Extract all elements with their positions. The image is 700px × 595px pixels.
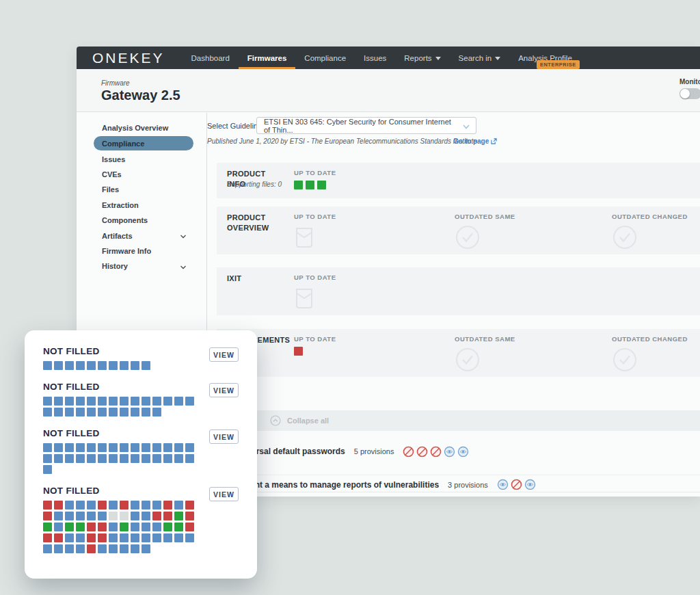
- guideline-select[interactable]: ETSI EN 303 645: Cyber Security for Cons…: [256, 117, 476, 134]
- blue-provision-square[interactable]: [65, 443, 74, 452]
- red-provision-square[interactable]: [43, 512, 52, 520]
- blue-provision-square[interactable]: [43, 454, 52, 463]
- nav-item-search-in[interactable]: Search in: [450, 47, 510, 69]
- blue-provision-square[interactable]: [87, 512, 96, 520]
- gray-provision-square[interactable]: [120, 512, 129, 520]
- blue-provision-square[interactable]: [87, 408, 96, 416]
- sidebar-item-firmware-info[interactable]: Firmware Info: [94, 243, 193, 259]
- blue-provision-square[interactable]: [185, 454, 194, 463]
- eye-icon[interactable]: [497, 479, 509, 490]
- blue-provision-square[interactable]: [174, 454, 183, 463]
- sidebar-item-cves[interactable]: CVEs: [94, 167, 193, 182]
- blue-provision-square[interactable]: [87, 501, 96, 510]
- blue-provision-square[interactable]: [163, 397, 172, 406]
- blue-provision-square[interactable]: [109, 533, 118, 542]
- red-provision-square[interactable]: [54, 533, 63, 542]
- blue-provision-square[interactable]: [174, 533, 183, 542]
- red-provision-square[interactable]: [120, 501, 129, 510]
- blue-provision-square[interactable]: [174, 443, 183, 452]
- nav-item-reports[interactable]: Reports: [395, 47, 449, 69]
- collapse-all-button[interactable]: Collapse all: [217, 410, 700, 431]
- blue-provision-square[interactable]: [120, 544, 129, 553]
- blue-provision-square[interactable]: [109, 501, 118, 510]
- blue-provision-square[interactable]: [131, 544, 139, 553]
- green-provision-square[interactable]: [174, 523, 183, 531]
- blue-provision-square[interactable]: [152, 408, 161, 416]
- blue-provision-square[interactable]: [65, 361, 74, 370]
- provision-row-no-universal-default-passwords[interactable]: No universal default passwords5 provisio…: [217, 442, 700, 461]
- blue-provision-square[interactable]: [76, 533, 85, 542]
- blue-provision-square[interactable]: [131, 361, 139, 370]
- blue-provision-square[interactable]: [131, 512, 139, 520]
- blue-provision-square[interactable]: [65, 501, 74, 510]
- blue-provision-square[interactable]: [65, 454, 74, 463]
- red-provision-square[interactable]: [98, 501, 107, 510]
- blue-provision-square[interactable]: [142, 397, 150, 406]
- sidebar-item-components[interactable]: Components: [94, 213, 193, 228]
- blue-provision-square[interactable]: [120, 454, 129, 463]
- green-provision-square[interactable]: [43, 523, 52, 531]
- red-provision-square[interactable]: [185, 523, 194, 531]
- blue-provision-square[interactable]: [87, 361, 96, 370]
- blue-provision-square[interactable]: [163, 454, 172, 463]
- blue-provision-square[interactable]: [142, 408, 150, 416]
- red-provision-square[interactable]: [152, 512, 161, 520]
- view-button[interactable]: VIEW: [209, 383, 239, 397]
- prohibited-icon[interactable]: [511, 479, 522, 490]
- blue-provision-square[interactable]: [152, 523, 161, 531]
- blue-provision-square[interactable]: [76, 544, 85, 553]
- sidebar-item-analysis-overview[interactable]: Analysis Overview: [94, 120, 193, 135]
- blue-provision-square[interactable]: [152, 533, 161, 542]
- blue-provision-square[interactable]: [98, 397, 107, 406]
- blue-provision-square[interactable]: [43, 544, 52, 553]
- eye-icon[interactable]: [457, 446, 469, 458]
- blue-provision-square[interactable]: [120, 443, 129, 452]
- nav-item-analysis-profile[interactable]: Analysis ProfileENTERPRISE: [509, 47, 581, 69]
- sidebar-item-extraction[interactable]: Extraction: [94, 198, 193, 213]
- blue-provision-square[interactable]: [152, 501, 161, 510]
- green-provision-square[interactable]: [120, 523, 129, 531]
- blue-provision-square[interactable]: [65, 408, 74, 416]
- blue-provision-square[interactable]: [131, 443, 139, 452]
- red-provision-square[interactable]: [98, 533, 107, 542]
- blue-provision-square[interactable]: [43, 397, 52, 406]
- blue-provision-square[interactable]: [43, 465, 52, 474]
- blue-provision-square[interactable]: [131, 523, 139, 531]
- blue-provision-square[interactable]: [109, 544, 118, 553]
- blue-provision-square[interactable]: [54, 454, 63, 463]
- blue-provision-square[interactable]: [76, 408, 85, 416]
- provision-row-implement-a-means-to-manage-reports-of-vulnerabilities[interactable]: Implement a means to manage reports of v…: [217, 475, 700, 494]
- blue-provision-square[interactable]: [65, 533, 74, 542]
- blue-provision-square[interactable]: [87, 454, 96, 463]
- blue-provision-square[interactable]: [131, 397, 139, 406]
- blue-provision-square[interactable]: [109, 361, 118, 370]
- blue-provision-square[interactable]: [76, 361, 85, 370]
- blue-provision-square[interactable]: [54, 443, 63, 452]
- blue-provision-square[interactable]: [131, 408, 139, 416]
- blue-provision-square[interactable]: [54, 512, 63, 520]
- red-provision-square[interactable]: [163, 512, 172, 520]
- blue-provision-square[interactable]: [54, 408, 63, 416]
- blue-provision-square[interactable]: [109, 523, 118, 531]
- nav-item-firmwares[interactable]: Firmwares: [239, 47, 296, 69]
- blue-provision-square[interactable]: [142, 523, 150, 531]
- nav-item-dashboard[interactable]: Dashboard: [183, 47, 239, 69]
- blue-provision-square[interactable]: [76, 501, 85, 510]
- gray-provision-square[interactable]: [109, 512, 118, 520]
- blue-provision-square[interactable]: [98, 512, 107, 520]
- blue-provision-square[interactable]: [142, 443, 150, 452]
- blue-provision-square[interactable]: [76, 443, 85, 452]
- blue-provision-square[interactable]: [152, 443, 161, 452]
- green-provision-square[interactable]: [65, 523, 74, 531]
- blue-provision-square[interactable]: [54, 361, 63, 370]
- blue-provision-square[interactable]: [65, 512, 74, 520]
- red-provision-square[interactable]: [163, 501, 172, 510]
- blue-provision-square[interactable]: [131, 533, 139, 542]
- blue-provision-square[interactable]: [131, 454, 139, 463]
- blue-provision-square[interactable]: [163, 443, 172, 452]
- monitor-toggle[interactable]: [679, 88, 700, 99]
- blue-provision-square[interactable]: [185, 443, 194, 452]
- prohibited-icon[interactable]: [416, 446, 428, 458]
- blue-provision-square[interactable]: [87, 443, 96, 452]
- blue-provision-square[interactable]: [43, 443, 52, 452]
